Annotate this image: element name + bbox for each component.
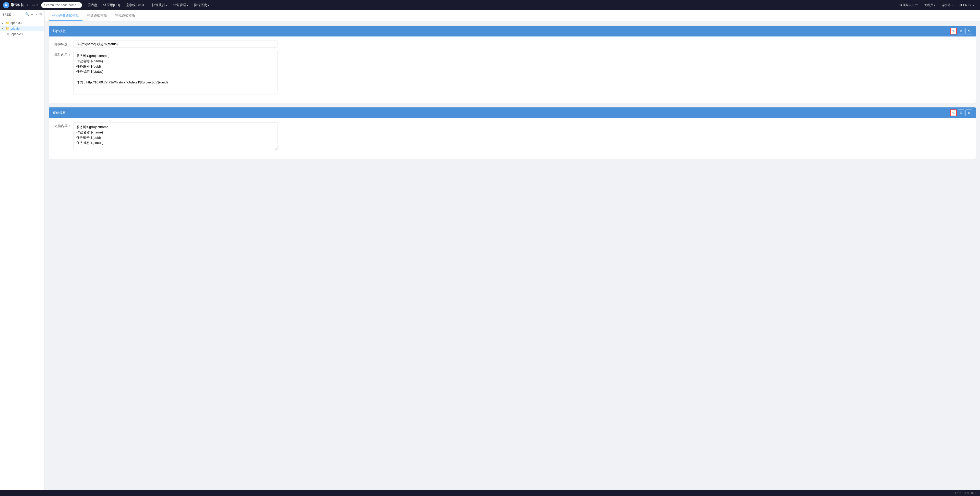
sidebar-remove-icon[interactable]: －	[35, 12, 38, 17]
sidebar-add-icon[interactable]: ＋	[30, 12, 34, 17]
tab-approval-notify[interactable]: 审批通知模版	[111, 11, 138, 21]
email-edit-button[interactable]: ✎	[950, 28, 957, 35]
search-input[interactable]	[41, 2, 82, 8]
sms-content-textarea[interactable]: 服务树:${projectname} 作业名称:${name} 任务编号:${u…	[73, 122, 278, 150]
email-section-body: 邮件标题： 邮件内容： 服务树:${projectname} 作业名称:${na…	[49, 36, 976, 103]
sms-section-body: 短信内容： 服务树:${projectname} 作业名称:${name} 任务…	[49, 118, 976, 159]
brand-icon: 聚	[3, 2, 9, 8]
folder-icon-private: 📂	[6, 27, 10, 30]
brand-sub: OPEN-C3	[25, 3, 38, 6]
sms-section-header: 短信模板 ✎ ⧉ ↻	[49, 108, 976, 118]
tree-item-open-c3-child[interactable]: ⊞ open-c3	[0, 32, 45, 37]
sms-refresh-button[interactable]: ↻	[966, 109, 972, 116]
sms-section-title: 短信模板	[52, 111, 66, 115]
sms-content-row: 短信内容： 服务树:${projectname} 作业名称:${name} 任务…	[53, 122, 972, 151]
nav-co[interactable]: 轻应用[CO]	[100, 1, 123, 9]
email-content-textarea[interactable]: 服务树:${projectname} 作业名称:${name} 任务编号:${u…	[73, 51, 278, 94]
sms-section-actions: ✎ ⧉ ↻	[950, 109, 972, 116]
main-layout: TREE 🔍 ＋ － ↻ ▸ 📁 open-c3 ▾ 📂 private	[0, 10, 980, 490]
nav-connector[interactable]: 连接器	[939, 2, 955, 9]
file-icon-open-c3: ⊞	[7, 33, 10, 36]
tree-label-private: private	[11, 27, 20, 30]
edit-icon-sms: ✎	[952, 111, 955, 115]
email-content-input-wrapper: 服务树:${projectname} 作业名称:${name} 任务编号:${u…	[73, 51, 278, 95]
sms-content-label: 短信内容：	[53, 122, 71, 128]
footer: OPEN-C3 © 2021	[0, 490, 980, 496]
brand-name: 聚云科技	[11, 3, 24, 7]
email-section-title: 邮件模板	[52, 29, 66, 33]
sms-section: 短信模板 ✎ ⧉ ↻ 短信内容：	[49, 107, 976, 159]
sidebar-refresh-icon[interactable]: ↻	[39, 12, 42, 17]
sidebar-header: TREE 🔍 ＋ － ↻	[0, 10, 45, 19]
nav-quick-exec[interactable]: 快速执行	[150, 1, 170, 9]
nav-admin[interactable]: 管理员	[921, 2, 938, 9]
email-subject-label: 邮件标题：	[53, 41, 71, 47]
sidebar-actions: 🔍 ＋ － ↻	[25, 12, 42, 17]
email-content-label: 邮件内容：	[53, 51, 71, 57]
nav-cicd[interactable]: 流水线[CI/CD]	[123, 1, 149, 9]
email-section-actions: ✎ ⧉ ↻	[950, 28, 972, 35]
tree-arrow-private: ▾	[2, 27, 5, 30]
sms-content-input-wrapper: 服务树:${projectname} 作业名称:${name} 任务编号:${u…	[73, 122, 278, 151]
sidebar-search-icon[interactable]: 🔍	[25, 12, 29, 17]
email-subject-row: 邮件标题：	[53, 41, 972, 48]
sms-edit-button[interactable]: ✎	[950, 109, 957, 116]
footer-text: OPEN-C3 © 2021	[953, 491, 976, 494]
copy-icon-sms: ⧉	[960, 111, 963, 115]
navbar: 聚 聚云科技 OPEN-C3 仪表盘 轻应用[CO] 流水线[CI/CD] 快速…	[0, 0, 980, 10]
tab-job-notify[interactable]: 作业任务通知模版	[49, 11, 83, 21]
sms-copy-button[interactable]: ⧉	[958, 109, 964, 116]
sidebar-tree: ▸ 📁 open-c3 ▾ 📂 private ⊞ open-c3	[0, 19, 45, 490]
sidebar: TREE 🔍 ＋ － ↻ ▸ 📁 open-c3 ▾ 📂 private	[0, 10, 45, 490]
email-subject-input[interactable]	[73, 41, 278, 48]
copy-icon: ⧉	[960, 29, 963, 33]
sidebar-title: TREE	[3, 13, 11, 16]
nav-business[interactable]: 业务管理	[170, 1, 191, 9]
email-section-header: 邮件模板 ✎ ⧉ ↻	[49, 26, 976, 36]
email-content-row: 邮件内容： 服务树:${projectname} 作业名称:${name} 任务…	[53, 51, 972, 95]
nav-dashboard[interactable]: 仪表盘	[85, 1, 100, 9]
tabs-bar: 作业任务通知模版 构建通知模版 审批通知模版	[45, 10, 980, 21]
folder-icon-open-c3: 📁	[6, 21, 10, 25]
nav-open-c3[interactable]: OPEN-C3	[956, 2, 977, 8]
refresh-icon-sms: ↻	[967, 111, 970, 115]
page-content: 邮件模板 ✎ ⧉ ↻ 邮件标题：	[45, 21, 980, 490]
refresh-icon: ↻	[967, 29, 970, 33]
tree-item-private[interactable]: ▾ 📂 private	[0, 26, 45, 32]
edit-icon: ✎	[952, 29, 955, 33]
content-area: 作业任务通知模版 构建通知模版 审批通知模版 邮件模板 ✎ ⧉	[45, 10, 980, 490]
email-copy-button[interactable]: ⧉	[958, 28, 964, 35]
tree-label-open-c3: open-c3	[11, 21, 21, 25]
main-nav: 仪表盘 轻应用[CO] 流水线[CI/CD] 快速执行 业务管理 执行历史	[85, 1, 896, 9]
email-refresh-button[interactable]: ↻	[966, 28, 972, 35]
tree-label-open-c3-child: open-c3	[11, 32, 22, 36]
tree-arrow-open-c3: ▸	[2, 22, 5, 24]
nav-back[interactable]: 返回聚云立方	[897, 2, 921, 9]
nav-history[interactable]: 执行历史	[191, 1, 212, 9]
tree-item-open-c3-root[interactable]: ▸ 📁 open-c3	[0, 20, 45, 26]
nav-right: 返回聚云立方 管理员 连接器 OPEN-C3	[897, 2, 977, 9]
brand: 聚 聚云科技 OPEN-C3	[3, 2, 38, 8]
email-subject-input-wrapper	[73, 41, 278, 48]
tab-build-notify[interactable]: 构建通知模版	[83, 11, 111, 21]
email-section: 邮件模板 ✎ ⧉ ↻ 邮件标题：	[49, 25, 976, 103]
